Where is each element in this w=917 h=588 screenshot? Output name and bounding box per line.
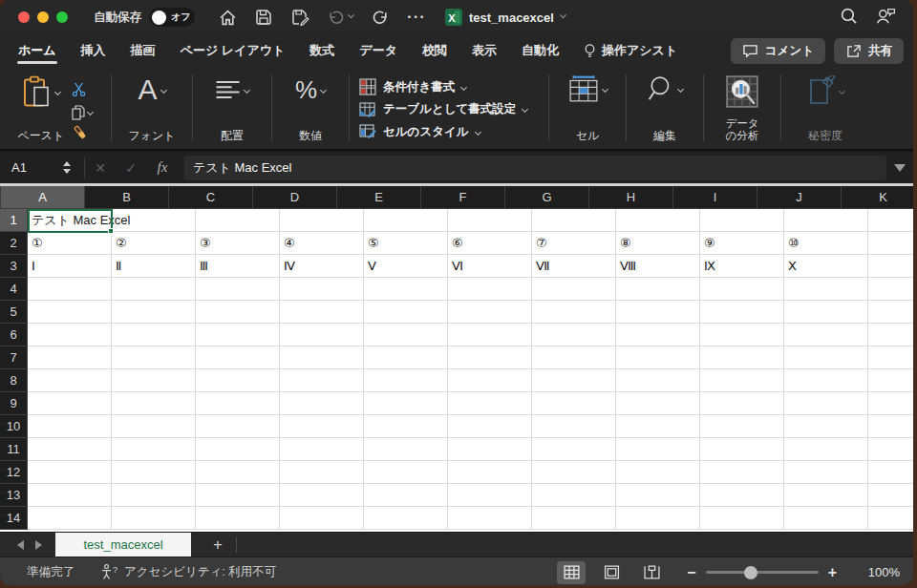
cell-F9[interactable] [448, 392, 532, 415]
cell-E13[interactable] [364, 484, 448, 507]
cell-D7[interactable] [280, 346, 364, 369]
cell-E2[interactable]: ⑤ [364, 232, 448, 255]
close-window-button[interactable] [18, 11, 30, 23]
column-header-A[interactable]: A [1, 186, 85, 209]
cell-E4[interactable] [364, 278, 448, 301]
cell-I13[interactable] [700, 484, 784, 507]
row-header-2[interactable]: 2 [0, 232, 28, 255]
row-header-8[interactable]: 8 [0, 369, 28, 392]
cell-C3[interactable]: Ⅲ [196, 255, 280, 278]
cell-B8[interactable] [112, 369, 196, 392]
cell-K8[interactable] [868, 369, 913, 392]
home-button[interactable] [214, 5, 241, 30]
tab-view[interactable]: 表示 [459, 34, 509, 67]
cell-H13[interactable] [616, 484, 700, 507]
tab-automate[interactable]: 自動化 [509, 34, 571, 67]
cell-K4[interactable] [868, 278, 913, 301]
cell-K1[interactable] [868, 209, 913, 232]
column-header-C[interactable]: C [169, 186, 253, 209]
cell-C6[interactable] [196, 324, 280, 346]
cell-K5[interactable] [868, 301, 913, 324]
cell-E10[interactable] [364, 415, 448, 438]
cell-K3[interactable] [868, 255, 913, 278]
save-button[interactable] [250, 5, 277, 30]
sensitivity-group[interactable]: 秘密度 [781, 67, 869, 149]
cell-E9[interactable] [364, 392, 448, 415]
cell-B2[interactable]: ② [112, 232, 196, 255]
cell-F1[interactable] [448, 209, 532, 232]
tab-page-layout[interactable]: ページ レイアウト [168, 34, 298, 67]
cell-H7[interactable] [616, 346, 700, 369]
tab-review[interactable]: 校閲 [410, 34, 459, 67]
row-header-5[interactable]: 5 [0, 301, 28, 324]
paste-button[interactable]: ペースト [18, 75, 65, 149]
cell-H3[interactable]: Ⅷ [616, 255, 700, 278]
cell-C8[interactable] [196, 369, 280, 392]
conditional-formatting-button[interactable]: 条件付き書式 [359, 76, 466, 97]
cell-H4[interactable] [616, 278, 700, 301]
cell-D8[interactable] [280, 369, 364, 392]
copy-button[interactable] [72, 105, 93, 120]
cell-G7[interactable] [532, 346, 616, 369]
cell-E12[interactable] [364, 461, 448, 484]
row-header-12[interactable]: 12 [0, 461, 28, 484]
cell-B9[interactable] [112, 392, 196, 415]
cell-I9[interactable] [700, 392, 784, 415]
page-layout-view-button[interactable] [597, 561, 626, 584]
next-sheet-button[interactable] [35, 540, 42, 550]
cell-H14[interactable] [616, 507, 700, 530]
cell-B10[interactable] [112, 415, 196, 438]
normal-view-button[interactable] [557, 561, 586, 584]
cell-D2[interactable]: ④ [280, 232, 364, 255]
cell-D11[interactable] [280, 438, 364, 461]
zoom-window-button[interactable] [56, 11, 68, 23]
cell-F12[interactable] [448, 461, 532, 484]
cell-H8[interactable] [616, 369, 700, 392]
row-header-11[interactable]: 11 [0, 438, 28, 461]
editing-group[interactable]: 編集 [627, 67, 703, 149]
cell-J2[interactable]: ⑩ [784, 232, 868, 255]
cell-K9[interactable] [868, 392, 913, 415]
document-title[interactable]: X test_macexcel [445, 9, 565, 26]
cell-C2[interactable]: ③ [196, 232, 280, 255]
cell-G11[interactable] [532, 438, 616, 461]
cell-G12[interactable] [532, 461, 616, 484]
cell-G4[interactable] [532, 278, 616, 301]
minimize-window-button[interactable] [37, 11, 49, 23]
cell-K6[interactable] [868, 324, 913, 346]
cell-K2[interactable] [868, 232, 913, 255]
cell-F14[interactable] [448, 507, 532, 530]
zoom-slider-thumb[interactable] [744, 566, 757, 579]
row-header-4[interactable]: 4 [0, 278, 28, 301]
cell-B3[interactable]: Ⅱ [112, 255, 196, 278]
analyze-data-group[interactable]: データの分析 [704, 67, 780, 149]
cell-A7[interactable] [28, 346, 112, 369]
cell-F6[interactable] [448, 324, 532, 346]
add-sheet-button[interactable]: + [207, 536, 228, 555]
cell-C13[interactable] [196, 484, 280, 507]
cell-F13[interactable] [448, 484, 532, 507]
cell-A14[interactable] [28, 507, 112, 530]
cell-D4[interactable] [280, 278, 364, 301]
cell-A11[interactable] [28, 438, 112, 461]
cell-C12[interactable] [196, 461, 280, 484]
cell-G14[interactable] [532, 507, 616, 530]
cell-K7[interactable] [868, 346, 913, 369]
cell-D14[interactable] [280, 507, 364, 530]
cell-A6[interactable] [28, 324, 112, 346]
cell-I10[interactable] [700, 415, 784, 438]
cell-E14[interactable] [364, 507, 448, 530]
format-painter-button[interactable] [72, 125, 93, 145]
tab-insert[interactable]: 挿入 [69, 34, 118, 67]
cell-C4[interactable] [196, 278, 280, 301]
prev-sheet-button[interactable] [17, 540, 24, 550]
cell-A9[interactable] [28, 392, 112, 415]
undo-button[interactable] [323, 5, 357, 30]
cell-J3[interactable]: Ⅹ [784, 255, 868, 278]
cell-K13[interactable] [868, 484, 913, 507]
autosave-toggle[interactable]: オフ [149, 8, 195, 27]
cell-F8[interactable] [448, 369, 532, 392]
cell-H11[interactable] [616, 438, 700, 461]
cell-J11[interactable] [784, 438, 868, 461]
cell-I1[interactable] [700, 209, 784, 232]
